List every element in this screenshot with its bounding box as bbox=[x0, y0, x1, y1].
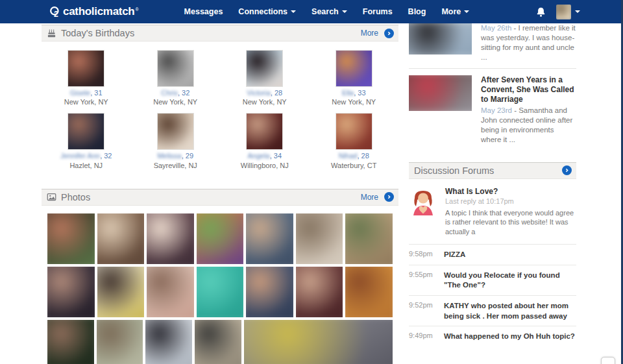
photo-thumbnail[interactable] bbox=[244, 320, 393, 364]
blurred-photo bbox=[197, 267, 244, 317]
photo-thumbnail[interactable] bbox=[197, 267, 244, 317]
photo-thumbnail[interactable] bbox=[147, 267, 194, 317]
profile-photo[interactable] bbox=[157, 113, 194, 150]
caret-down-icon bbox=[291, 10, 296, 13]
photo-thumbnail[interactable] bbox=[296, 267, 343, 317]
user-avatar[interactable] bbox=[556, 5, 571, 19]
profile-name-link[interactable]: Victoria, 28 bbox=[247, 89, 282, 97]
nav-link-connections[interactable]: Connections bbox=[238, 7, 296, 16]
topic-title-link[interactable]: Would you Relocate if you found "The One… bbox=[444, 271, 576, 291]
blurred-photo bbox=[47, 267, 95, 317]
profile-name-link[interactable]: Ella, 33 bbox=[342, 89, 366, 97]
profile-name-link[interactable]: Chris, 32 bbox=[161, 89, 189, 97]
photo-thumbnail[interactable] bbox=[246, 213, 293, 264]
birthday-profile-card[interactable]: Chris, 32 New York, NY bbox=[131, 50, 221, 106]
blurred-photo bbox=[246, 267, 293, 317]
photo-thumbnail[interactable] bbox=[345, 267, 393, 317]
photo-thumbnail[interactable] bbox=[97, 213, 145, 264]
featured-topic-text: What Is Love? Last reply at 10:17pm A to… bbox=[445, 187, 576, 237]
blurred-photo bbox=[147, 267, 194, 317]
topic-title-link[interactable]: KATHY who posted about her mom being sic… bbox=[444, 301, 576, 321]
blurred-photo bbox=[409, 23, 472, 55]
blurred-photo bbox=[97, 213, 145, 264]
blurred-photo bbox=[246, 50, 283, 87]
blurred-photo bbox=[97, 320, 143, 364]
forums-more-arrow-icon[interactable] bbox=[562, 165, 572, 175]
photo-thumbnail[interactable] bbox=[195, 320, 241, 364]
birthday-profile-card[interactable]: Jennifer Ann, 32 Hazlet, NJ bbox=[42, 113, 131, 169]
blog-post-item[interactable]: May 26th - I remember like it was yester… bbox=[409, 23, 576, 62]
profile-location: New York, NY bbox=[310, 98, 399, 106]
birthday-profile-card[interactable]: Melissa, 29 Sayreville, NJ bbox=[131, 113, 221, 169]
birthday-profile-card[interactable]: Gisele, 31 New York, NY bbox=[42, 50, 131, 106]
profile-location: Sayreville, NJ bbox=[131, 162, 221, 170]
profile-photo[interactable] bbox=[67, 113, 104, 150]
birthday-profile-card[interactable]: Victoria, 28 New York, NY bbox=[220, 50, 310, 106]
nav-link-blog[interactable]: Blog bbox=[408, 7, 426, 16]
birthdays-more-arrow-icon[interactable] bbox=[384, 29, 394, 38]
forum-topic-row[interactable]: 9:55pm Would you Relocate if you found "… bbox=[409, 265, 576, 295]
photos-more-link[interactable]: More bbox=[361, 193, 378, 202]
forum-topic-row[interactable]: 9:52pm KATHY who posted about her mom be… bbox=[409, 295, 576, 326]
profile-photo[interactable] bbox=[246, 50, 283, 87]
registered-mark: ® bbox=[135, 7, 138, 12]
topic-title-link[interactable]: What happened to my Oh Huh topic? bbox=[444, 332, 576, 342]
blurred-photo bbox=[296, 213, 343, 264]
photo-thumbnail[interactable] bbox=[197, 213, 244, 264]
nav-right bbox=[536, 5, 580, 19]
profile-photo[interactable] bbox=[336, 50, 373, 87]
blurred-photo bbox=[157, 50, 194, 87]
forum-topic-list: 9:58pm PIZZA 9:55pm Would you Relocate i… bbox=[409, 244, 576, 346]
birthdays-more-link[interactable]: More bbox=[361, 29, 378, 38]
profile-name-link[interactable]: Nihad, 28 bbox=[339, 152, 369, 160]
photo-thumbnail[interactable] bbox=[97, 267, 145, 317]
photos-more-arrow-icon[interactable] bbox=[384, 192, 394, 202]
profile-photo[interactable] bbox=[67, 50, 104, 87]
blurred-photo bbox=[296, 267, 343, 317]
featured-topic-title[interactable]: What Is Love? bbox=[445, 187, 576, 196]
topic-title-link[interactable]: PIZZA bbox=[444, 250, 576, 260]
photo-thumbnail[interactable] bbox=[47, 267, 95, 317]
photo-thumbnail[interactable] bbox=[97, 320, 143, 364]
forum-topic-row[interactable]: 9:49pm What happened to my Oh Huh topic? bbox=[409, 326, 576, 346]
blog-post-date: May 23rd bbox=[481, 106, 512, 114]
profile-name-link[interactable]: Melissa, 29 bbox=[157, 152, 193, 160]
photo-thumbnail[interactable] bbox=[147, 213, 194, 264]
blog-post-photo bbox=[409, 75, 472, 111]
blurred-photo bbox=[67, 50, 104, 87]
nav-link-more[interactable]: More bbox=[441, 7, 469, 16]
forums-title: Discussion Forums bbox=[414, 165, 494, 176]
photo-thumbnail[interactable] bbox=[145, 320, 192, 364]
photo-grid bbox=[47, 213, 393, 364]
nav-link-search[interactable]: Search bbox=[312, 7, 347, 16]
forum-topic-row[interactable]: 9:58pm PIZZA bbox=[409, 244, 576, 265]
blog-post-date: May 26th bbox=[481, 24, 511, 32]
photo-thumbnail[interactable] bbox=[345, 213, 393, 264]
photo-row bbox=[47, 267, 393, 317]
photo-thumbnail[interactable] bbox=[47, 213, 95, 264]
profile-name-link[interactable]: Gisele, 31 bbox=[70, 89, 103, 97]
photo-thumbnail[interactable] bbox=[296, 213, 343, 264]
birthday-profile-card[interactable]: Angela, 34 Willingboro, NJ bbox=[220, 113, 310, 169]
profile-name-link[interactable]: Jennifer Ann, 32 bbox=[60, 152, 112, 160]
featured-forum-topic[interactable]: What Is Love? Last reply at 10:17pm A to… bbox=[409, 187, 576, 237]
blog-post-title[interactable]: After Seven Years in a Convent, She Was … bbox=[481, 75, 576, 104]
blog-post-text: May 26th - I remember like it was yester… bbox=[481, 23, 576, 62]
profile-photo[interactable] bbox=[246, 113, 283, 150]
notifications-bell-icon[interactable] bbox=[536, 6, 546, 18]
brand-logo[interactable]: 2 catholicmatch ® bbox=[44, 5, 139, 19]
floating-widget-button[interactable] bbox=[601, 357, 615, 364]
nav-link-forums[interactable]: Forums bbox=[363, 7, 393, 16]
blurred-photo bbox=[195, 320, 241, 364]
profile-photo[interactable] bbox=[336, 113, 373, 150]
blurred-photo bbox=[336, 50, 373, 87]
photo-thumbnail[interactable] bbox=[47, 320, 94, 364]
birthday-profile-card[interactable]: Nihad, 28 Waterbury, CT bbox=[310, 113, 399, 169]
profile-photo[interactable] bbox=[157, 50, 194, 87]
nav-link-messages[interactable]: Messages bbox=[184, 7, 223, 16]
blog-post-item[interactable]: After Seven Years in a Convent, She Was … bbox=[409, 75, 576, 145]
profile-name-link[interactable]: Angela, 34 bbox=[247, 152, 282, 160]
birthday-profile-card[interactable]: Ella, 33 New York, NY bbox=[310, 50, 399, 106]
account-caret-down-icon[interactable] bbox=[575, 10, 580, 13]
photo-thumbnail[interactable] bbox=[246, 267, 293, 317]
